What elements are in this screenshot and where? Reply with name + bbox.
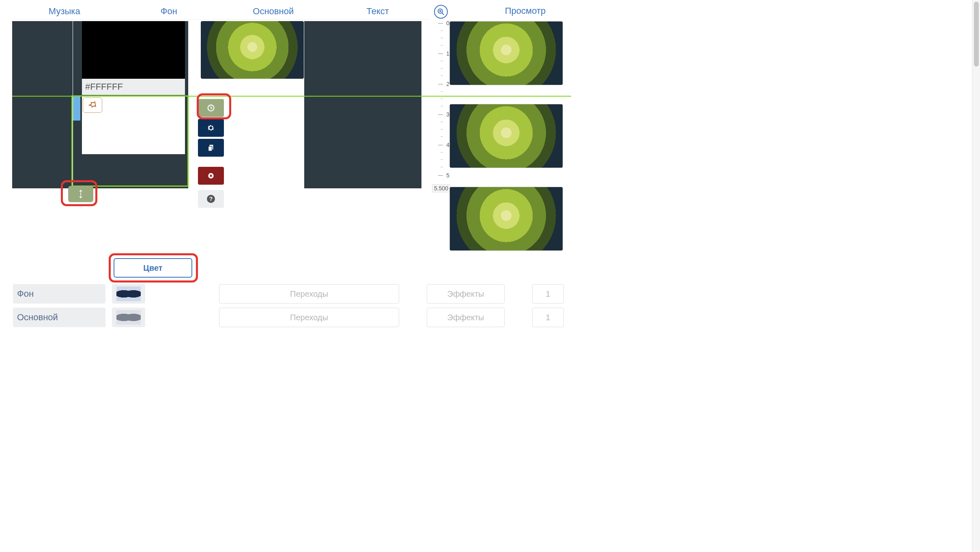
layer-name[interactable]: Основной [13,308,105,327]
flower-image [201,21,304,79]
time-ruler: 0 1 2 3 4 5 5.500 [431,21,449,188]
ruler-tick-label: 1 [446,50,449,57]
layers-panel: Фон Переходы Эффекты 1 Основной Переходы… [13,284,564,327]
tab-background[interactable]: Фон [117,6,221,17]
delete-button[interactable] [198,167,224,185]
clip-transition-strip[interactable] [73,96,80,121]
copy-icon [206,143,215,152]
effects-count[interactable]: 1 [532,308,564,327]
track-text[interactable] [304,21,422,188]
scrollbar-thumb[interactable] [974,2,979,67]
tab-music[interactable]: Музыка [12,6,117,17]
timeline: #FFFFFF [12,21,430,188]
background-clip-black[interactable] [82,21,185,79]
preview-thumbnail[interactable] [449,187,563,251]
svg-line-1 [442,13,444,15]
layer-thumbnail[interactable] [112,308,145,327]
flower-image [450,22,563,85]
track-main[interactable]: ? [189,21,304,188]
zoom-in-button[interactable] [434,5,448,19]
color-button[interactable]: Цвет [114,258,192,278]
ruler-tick-label: 3 [446,111,449,118]
layer-row: Фон Переходы Эффекты 1 [13,284,564,304]
copy-button[interactable] [198,139,224,157]
layer-thumbnail[interactable] [112,284,145,304]
preview-heading: Просмотр [469,6,582,16]
help-button[interactable]: ? [198,190,224,208]
svg-rect-6 [208,146,212,151]
layer-name[interactable]: Фон [13,284,105,304]
ruler-tick-label: 4 [446,142,449,148]
ruler-tick-label: 5 [446,172,449,179]
flower-image [450,187,563,250]
track-background[interactable]: #FFFFFF [73,21,189,188]
background-color-value: #FFFFFF [82,79,185,95]
zoom-in-icon [437,8,445,16]
flower-image [450,104,563,168]
tab-main[interactable]: Основной [221,6,326,17]
ruler-tick-label: 2 [446,81,449,87]
layer-row: Основной Переходы Эффекты 1 [13,308,564,327]
gear-icon [206,123,215,132]
vertical-scrollbar[interactable] [972,0,980,552]
help-icon: ? [207,195,215,203]
ruler-end-time: 5.500 [432,184,450,192]
effects-button[interactable]: Эффекты [427,284,505,304]
transitions-button[interactable]: Переходы [219,308,399,327]
delete-icon [207,172,215,180]
preview-column [449,21,563,251]
ruler-tick-label: 0 [446,20,449,26]
butterfly-image [116,310,141,325]
clip-toolbar: ? [198,99,224,208]
preview-thumbnail[interactable] [449,21,563,85]
pin-button[interactable] [83,97,102,113]
resize-vertical-icon [77,188,84,200]
tab-text[interactable]: Текст [326,6,430,17]
pin-icon [88,101,97,110]
effects-button[interactable]: Эффекты [427,308,505,327]
preview-thumbnail[interactable] [449,104,563,168]
resize-clip-button[interactable] [68,186,93,202]
transitions-button[interactable]: Переходы [219,284,399,304]
settings-button[interactable] [198,119,224,137]
butterfly-image [116,287,141,301]
main-clip-thumbnail[interactable] [201,21,304,79]
timeline-tabs: Музыка Фон Основной Текст [12,3,430,19]
track-music[interactable] [12,21,73,188]
clock-icon [206,104,215,112]
timing-button[interactable] [198,99,224,117]
effects-count[interactable]: 1 [532,284,564,304]
